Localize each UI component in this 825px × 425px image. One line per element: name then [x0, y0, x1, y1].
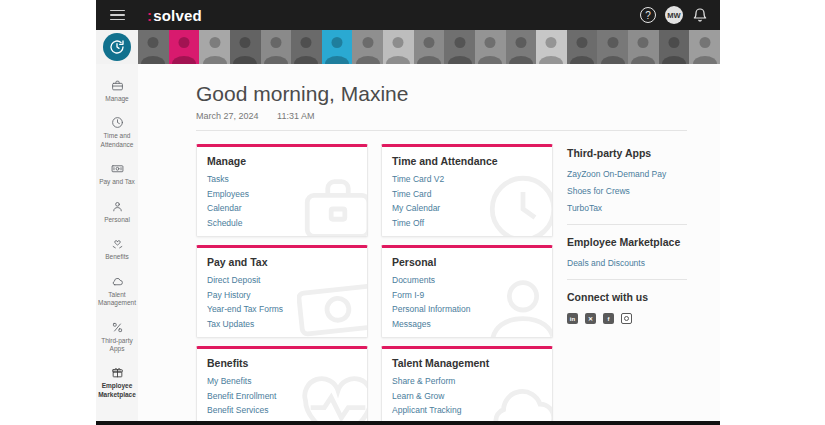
topbar-actions: ? MW	[640, 6, 708, 24]
banner-photo-tile	[199, 30, 230, 64]
facebook-icon[interactable]: f	[603, 313, 614, 324]
sidebar-item-personal[interactable]: Personal	[96, 198, 138, 226]
banner-photo-tile	[261, 30, 292, 64]
instagram-icon[interactable]	[621, 313, 632, 324]
banner-photo-tile	[659, 30, 690, 64]
card-time-and-attendance: Time and Attendance Time Card V2 Time Ca…	[381, 144, 553, 237]
greeting-date: March 27, 2024	[196, 111, 259, 121]
sidebar-item-pay-and-tax[interactable]: Pay and Tax	[96, 160, 138, 188]
link-benefit-services[interactable]: Benefit Services	[207, 405, 357, 415]
link-direct-deposit[interactable]: Direct Deposit	[207, 275, 357, 285]
sidebar-item-label: Employee Marketplace	[97, 382, 137, 399]
isolved-logo: :solved	[147, 7, 202, 24]
greeting-time: 11:31 AM	[277, 111, 314, 121]
linkedin-icon[interactable]: in	[567, 313, 578, 324]
third-party-apps-heading: Third-party Apps	[567, 147, 687, 159]
link-pay-history[interactable]: Pay History	[207, 290, 357, 300]
sidebar-item-manage[interactable]: Manage	[96, 77, 138, 105]
link-learn-grow[interactable]: Learn & Grow	[392, 391, 542, 401]
employee-marketplace-heading: Employee Marketplace	[567, 236, 687, 248]
help-icon[interactable]: ?	[640, 7, 656, 23]
banner-photo-tile	[383, 30, 414, 64]
sidebar-item-employee-marketplace[interactable]: Employee Marketplace	[96, 364, 138, 401]
banner-photo-tile	[628, 30, 659, 64]
screenshot-stage: :solved ? MW	[0, 0, 825, 425]
sidebar-item-label: Personal	[104, 216, 130, 224]
x-twitter-icon[interactable]: ✕	[585, 313, 596, 324]
link-time-card-v2[interactable]: Time Card V2	[392, 174, 542, 184]
greeting-divider	[196, 130, 687, 131]
sidebar-item-label: Manage	[105, 95, 129, 103]
right-column: Third-party Apps ZayZoon On-Demand Pay S…	[567, 144, 687, 421]
banner-photo-tile	[230, 30, 261, 64]
card-talent-management: Talent Management Share & Perform Learn …	[381, 346, 553, 421]
banner-photo-strip	[138, 30, 720, 64]
right-column-divider	[567, 224, 687, 225]
sidebar-item-benefits[interactable]: Benefits	[96, 235, 138, 263]
banner-photo-tile	[475, 30, 506, 64]
link-my-benefits[interactable]: My Benefits	[207, 376, 357, 386]
isolved-app-window: :solved ? MW	[96, 0, 720, 425]
banner-left-panel	[96, 30, 138, 64]
link-calendar[interactable]: Calendar	[207, 203, 357, 213]
main-content: Good morning, Maxine March 27, 2024 11:3…	[138, 64, 720, 421]
link-tasks[interactable]: Tasks	[207, 174, 357, 184]
link-time-card[interactable]: Time Card	[392, 189, 542, 199]
link-turbotax[interactable]: TurboTax	[567, 203, 687, 213]
link-tax-updates[interactable]: Tax Updates	[207, 319, 357, 329]
banner-photo-tile	[597, 30, 628, 64]
sidebar-item-label: Pay and Tax	[99, 178, 135, 186]
hamburger-menu-icon[interactable]	[110, 10, 125, 21]
link-schedule[interactable]: Schedule	[207, 218, 357, 228]
link-documents[interactable]: Documents	[392, 275, 542, 285]
link-form-i9[interactable]: Form I-9	[392, 290, 542, 300]
link-time-off[interactable]: Time Off	[392, 218, 542, 228]
link-personal-information[interactable]: Personal Information	[392, 304, 542, 314]
link-my-calendar[interactable]: My Calendar	[392, 203, 542, 213]
banner-photo-tile	[444, 30, 475, 64]
dashboard-content: Manage Tasks Employees Calendar Schedule…	[196, 144, 687, 421]
banner-photo-tile	[322, 30, 353, 64]
cloud-icon	[111, 275, 124, 288]
link-giving-volunteering[interactable]: Giving & Volunteering	[392, 420, 542, 422]
link-shoes-for-crews[interactable]: Shoes for Crews	[567, 186, 687, 196]
user-avatar[interactable]: MW	[665, 6, 683, 24]
link-share-perform[interactable]: Share & Perform	[392, 376, 542, 386]
banner-photo-tile	[352, 30, 383, 64]
link-messages[interactable]: Messages	[392, 319, 542, 329]
banner-photo-tile	[138, 30, 169, 64]
sidebar-nav: Manage Time and Attendance Pay and Tax	[96, 64, 138, 421]
notifications-bell-icon[interactable]	[692, 7, 708, 23]
app-body: Manage Time and Attendance Pay and Tax	[96, 64, 720, 421]
banner-photo-tile	[567, 30, 598, 64]
card-title: Talent Management	[392, 357, 542, 369]
sidebar-item-time-and-attendance[interactable]: Time and Attendance	[96, 114, 138, 151]
briefcase-icon	[111, 79, 124, 92]
apps-icon	[111, 321, 124, 334]
card-personal: Personal Documents Form I-9 Personal Inf…	[381, 245, 553, 338]
clock-icon	[111, 116, 124, 129]
link-benefit-enrollment[interactable]: Benefit Enrollment	[207, 391, 357, 401]
card-title: Pay and Tax	[207, 256, 357, 268]
sidebar-item-talent-management[interactable]: Talent Management	[96, 273, 138, 310]
connect-with-us-heading: Connect with us	[567, 291, 687, 303]
person-icon	[111, 200, 124, 213]
sidebar-item-label: Talent Management	[97, 291, 137, 308]
banner	[96, 30, 720, 64]
card-title: Personal	[392, 256, 542, 268]
greeting-datetime: March 27, 2024 11:31 AM	[196, 111, 687, 121]
link-deals-and-discounts[interactable]: Deals and Discounts	[567, 258, 687, 268]
link-year-end-tax-forms[interactable]: Year-end Tax Forms	[207, 304, 357, 314]
card-title: Time and Attendance	[392, 155, 542, 167]
link-applicant-tracking[interactable]: Applicant Tracking	[392, 405, 542, 415]
money-icon	[111, 162, 124, 175]
sidebar-item-third-party-apps[interactable]: Third-party Apps	[96, 319, 138, 356]
link-employees[interactable]: Employees	[207, 189, 357, 199]
time-history-button[interactable]	[103, 33, 131, 61]
sidebar-item-label: Third-party Apps	[97, 337, 137, 354]
logo-mark: :	[147, 7, 152, 24]
social-icons-row: in ✕ f	[567, 313, 687, 324]
banner-photo-tile	[291, 30, 322, 64]
heart-hand-icon	[111, 237, 124, 250]
link-zayzoon[interactable]: ZayZoon On-Demand Pay	[567, 169, 687, 179]
